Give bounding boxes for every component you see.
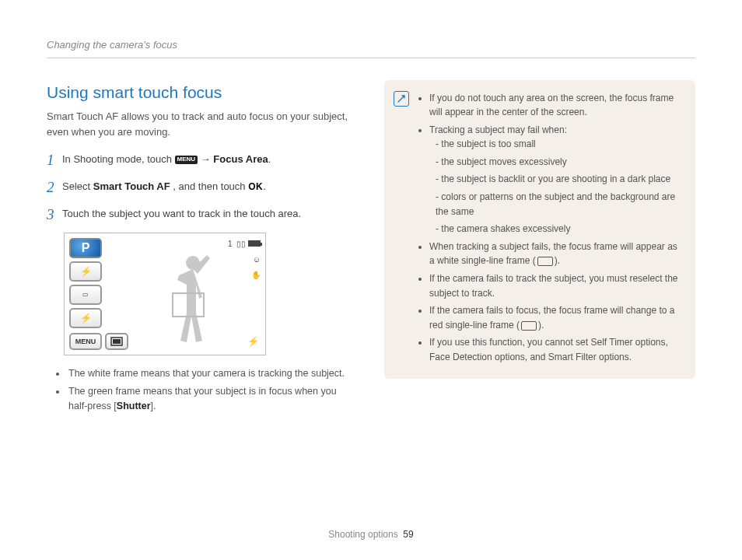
step-body: Select Smart Touch AF , and then touch O… xyxy=(62,179,358,194)
screenshot-view-button xyxy=(105,333,128,350)
storage-icon: ▯▯ xyxy=(236,240,246,248)
gallery-icon xyxy=(110,337,123,346)
shot-count: 1 xyxy=(228,240,233,248)
white-frame-icon xyxy=(537,257,553,266)
info-list: If you do not touch any area on the scre… xyxy=(429,91,683,365)
info-item: If the camera fails to track the subject… xyxy=(429,271,683,300)
info-subitem: colors or patterns on the subject and th… xyxy=(436,190,683,219)
info-subitem: the subject is too small xyxy=(436,137,683,152)
screenshot-menu-button: MENU xyxy=(69,333,102,350)
step-body: In Shooting mode, touch MENU → Focus Are… xyxy=(62,152,358,167)
smart-touch-label: Smart Touch AF xyxy=(93,180,170,192)
subnote-text: The green frame means that your subject … xyxy=(68,386,337,411)
step-3: 3 Touch the subject you want to track in… xyxy=(47,206,358,224)
timer-button xyxy=(69,308,102,328)
info-sublist: the subject is too small the subject mov… xyxy=(436,137,683,236)
page-number: 59 xyxy=(403,529,413,540)
info-text: If the camera fails to focus, the focus … xyxy=(429,305,675,331)
info-text: When tracking a subject fails, the focus… xyxy=(429,241,677,267)
chapter-header: Changing the camera's focus xyxy=(47,37,695,58)
info-text: ). xyxy=(555,255,560,266)
red-frame-icon xyxy=(521,321,537,331)
info-subitem: the subject is backlit or you are shooti… xyxy=(436,172,683,187)
info-item: If you use this function, you cannot set… xyxy=(429,335,683,364)
subnotes-list: The white frame means that your camera i… xyxy=(67,366,358,413)
info-item: When tracking a subject fails, the focus… xyxy=(429,240,683,268)
info-callout: If you do not touch any area on the scre… xyxy=(384,80,695,379)
arrow: → xyxy=(201,153,214,165)
screenshot-status-icons: 1 ▯▯ ☺ ✋ xyxy=(228,238,261,281)
flash-icon xyxy=(80,264,92,278)
content-columns: Using smart touch focus Smart Touch AF a… xyxy=(47,80,695,417)
flash-button xyxy=(69,261,102,282)
flash-alt-icon xyxy=(80,311,92,325)
stabilizer-icon: ✋ xyxy=(251,269,261,281)
svg-rect-1 xyxy=(113,339,121,344)
step-1: 1 In Shooting mode, touch MENU → Focus A… xyxy=(47,152,358,170)
info-text: ). xyxy=(538,320,544,331)
info-text: Tracking a subject may fail when: xyxy=(429,124,567,135)
section-intro: Smart Touch AF allows you to track and a… xyxy=(47,109,358,139)
auto-button: ▭ xyxy=(69,285,102,305)
flash-indicator xyxy=(247,334,259,348)
left-column: Using smart touch focus Smart Touch AF a… xyxy=(47,80,358,417)
subnote: The white frame means that your camera i… xyxy=(67,366,358,381)
step-body: Touch the subject you want to track in t… xyxy=(62,206,358,222)
step-number: 2 xyxy=(47,179,62,197)
menu-icon: MENU xyxy=(175,156,198,164)
footer-section: Shooting options xyxy=(328,529,397,540)
shot-count-row: 1 ▯▯ xyxy=(228,238,261,250)
mode-p-button: P xyxy=(69,238,102,258)
section-title: Using smart touch focus xyxy=(47,80,358,105)
step-number: 3 xyxy=(47,206,62,224)
step-text: , and then touch xyxy=(173,180,248,192)
note-icon xyxy=(394,91,409,107)
ok-icon: OK xyxy=(248,180,263,194)
info-item: If the camera fails to focus, the focus … xyxy=(429,303,683,332)
step-2: 2 Select Smart Touch AF , and then touch… xyxy=(47,179,358,197)
focus-area-label: Focus Area xyxy=(213,153,268,165)
right-column: If you do not touch any area on the scre… xyxy=(384,80,695,417)
info-item: If you do not touch any area on the scre… xyxy=(429,91,683,120)
info-item: Tracking a subject may fail when: the su… xyxy=(429,123,683,236)
subnote-text: ]. xyxy=(151,401,156,411)
face-detect-icon: ☺ xyxy=(253,254,261,265)
camera-screenshot: P ▭ MENU 1 ▯▯ ☺ ✋ xyxy=(64,233,266,355)
step-text: In Shooting mode, touch xyxy=(62,153,175,165)
focus-frame xyxy=(172,292,205,317)
page-footer: Shooting options 59 xyxy=(0,527,742,541)
flash-small-icon xyxy=(247,337,259,346)
info-subitem: the camera shakes excessively xyxy=(436,222,683,236)
subnote: The green frame means that your subject … xyxy=(67,384,358,414)
shutter-label: Shutter xyxy=(117,401,151,411)
steps-list: 1 In Shooting mode, touch MENU → Focus A… xyxy=(47,152,358,223)
battery-icon xyxy=(248,240,261,247)
info-subitem: the subject moves excessively xyxy=(436,155,683,170)
step-text: Select xyxy=(62,180,93,192)
step-number: 1 xyxy=(47,152,62,170)
